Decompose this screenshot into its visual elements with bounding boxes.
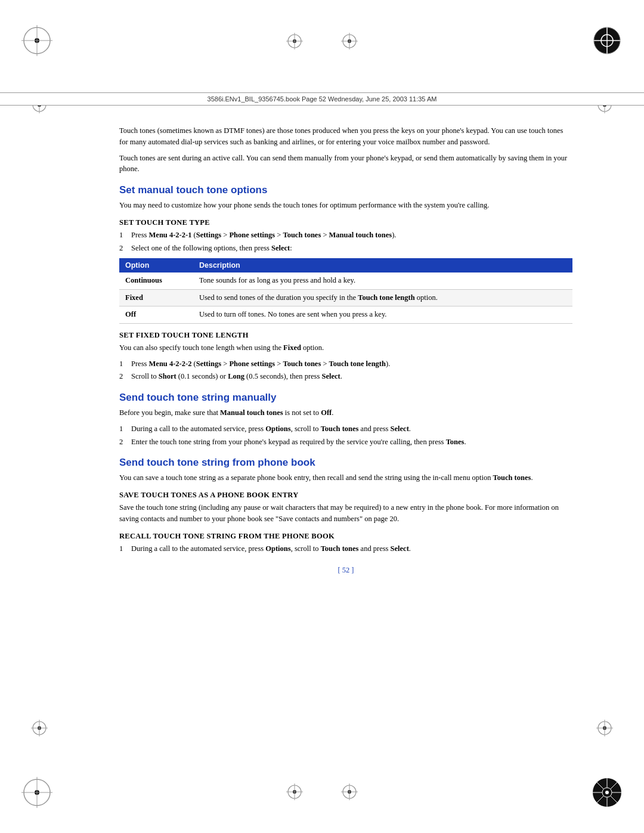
header-bar: 3586i.ENv1_BIL_9356745.book Page 52 Wedn… — [0, 92, 644, 106]
recall-tone-steps: 1 During a call to the automated service… — [119, 543, 572, 555]
section1-heading: Set manual touch tone options — [119, 184, 572, 196]
crosshair-tc — [286, 33, 303, 49]
desc-off: Used to turn off tones. No tones are sen… — [193, 306, 572, 324]
corner-mark-br — [592, 777, 623, 808]
page: 3586i.ENv1_BIL_9356745.book Page 52 Wedn… — [0, 0, 644, 833]
table-row: Continuous Tone sounds for as long as yo… — [119, 272, 572, 289]
crosshair-bml — [31, 720, 48, 736]
table-header-row: Option Description — [119, 258, 572, 272]
section3-heading: Send touch tone string from phone book — [119, 457, 572, 469]
crosshair-bmr — [596, 720, 613, 736]
desc-fixed: Used to send tones of the duration you s… — [193, 289, 572, 306]
fixed-tone-steps: 1 Press Menu 4-2-2-2 (Settings > Phone s… — [119, 358, 572, 383]
corner-mark-tr — [592, 25, 623, 56]
step-1-fixed: 1 Press Menu 4-2-2-2 (Settings > Phone s… — [119, 358, 572, 370]
section1-intro: You may need to customize how your phone… — [119, 200, 572, 211]
col-description-header: Description — [193, 258, 572, 272]
save-tones-intro: Save the touch tone string (including an… — [119, 502, 572, 525]
crosshair-bc — [286, 784, 303, 800]
col-option-header: Option — [119, 258, 193, 272]
crosshair-bc2 — [341, 784, 358, 800]
section2-heading: Send touch tone string manually — [119, 392, 572, 404]
fixed-intro: You can also specify touch tone length w… — [119, 342, 572, 354]
intro-para2: Touch tones are sent during an active ca… — [119, 153, 572, 175]
step-1-recall: 1 During a call to the automated service… — [119, 543, 572, 555]
option-off: Off — [119, 306, 193, 324]
step-2-tone-type: 2 Select one of the following options, t… — [119, 243, 572, 254]
table-row: Fixed Used to send tones of the duration… — [119, 289, 572, 306]
subheading-fixed-tone-length: SET FIXED TOUCH TONE LENGTH — [119, 331, 572, 340]
option-continuous: Continuous — [119, 272, 193, 289]
subheading-touch-tone-type: SET TOUCH TONE TYPE — [119, 218, 572, 227]
page-number: [ 52 ] — [119, 566, 572, 575]
corner-mark-bl — [21, 777, 52, 808]
subheading-save-tones: SAVE TOUCH TONES AS A PHONE BOOK ENTRY — [119, 491, 572, 500]
header-file-info: 3586i.ENv1_BIL_9356745.book Page 52 Wedn… — [208, 95, 437, 103]
options-table: Option Description Continuous Tone sound… — [119, 258, 572, 324]
step-2-fixed: 2 Scroll to Short (0.1 seconds) or Long … — [119, 371, 572, 382]
corner-mark-tl — [21, 25, 52, 56]
option-fixed: Fixed — [119, 289, 193, 306]
send-manual-steps: 1 During a call to the automated service… — [119, 423, 572, 448]
step-2-send-manual: 2 Enter the touch tone string from your … — [119, 436, 572, 448]
table-body: Continuous Tone sounds for as long as yo… — [119, 272, 572, 323]
subheading-recall-tones: RECALL TOUCH TONE STRING FROM THE PHONE … — [119, 532, 572, 541]
touch-tone-type-steps: 1 Press Menu 4-2-2-1 (Settings > Phone s… — [119, 230, 572, 254]
step-1-send-manual: 1 During a call to the automated service… — [119, 423, 572, 435]
section2-intro: Before you begin, make sure that Manual … — [119, 407, 572, 419]
step-1-tone-type: 1 Press Menu 4-2-2-1 (Settings > Phone s… — [119, 230, 572, 241]
section3-intro: You can save a touch tone string as a se… — [119, 472, 572, 484]
intro-para1: Touch tones (sometimes known as DTMF ton… — [119, 125, 572, 148]
desc-continuous: Tone sounds for as long as you press and… — [193, 272, 572, 289]
main-content: Touch tones (sometimes known as DTMF ton… — [119, 125, 572, 575]
crosshair-tc2 — [341, 33, 358, 49]
svg-point-19 — [605, 791, 609, 794]
table-row: Off Used to turn off tones. No tones are… — [119, 306, 572, 324]
